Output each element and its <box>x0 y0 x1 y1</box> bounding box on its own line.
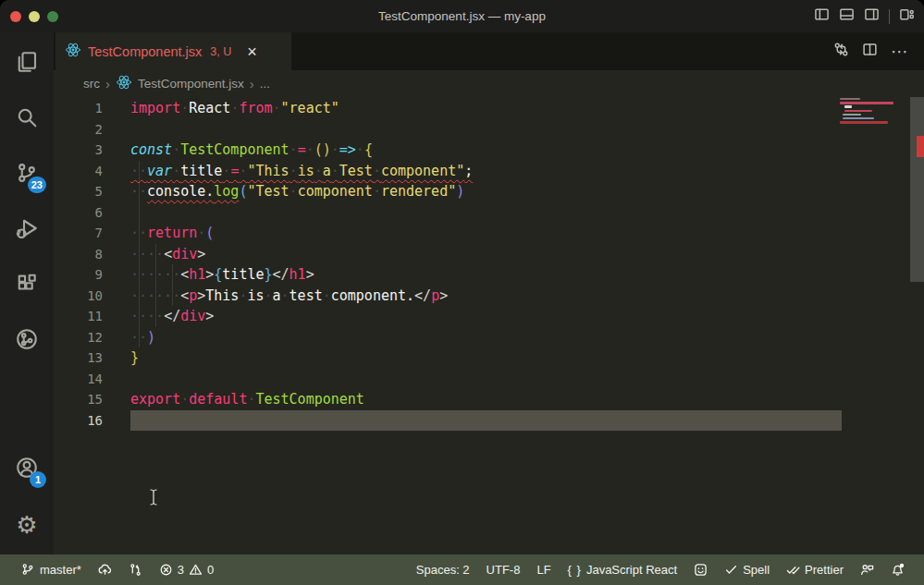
git-compare-icon <box>129 563 142 577</box>
editor-actions: ⋯ <box>833 32 924 70</box>
code-line-2[interactable]: 2 <box>54 119 924 140</box>
code-line-11[interactable]: 11····</div> <box>54 306 924 327</box>
react-file-icon <box>65 42 81 61</box>
chevron-right-icon: › <box>250 76 254 91</box>
code-line-3[interactable]: 3const·TestComponent·=·()·=>·{ <box>54 140 924 161</box>
line-content: ······<p>This·is·a·test·component.</p> <box>130 286 448 307</box>
panel-left-icon[interactable] <box>814 6 830 26</box>
statusbar-label: master* <box>40 563 81 577</box>
minimap[interactable] <box>840 96 910 133</box>
line-number: 5 <box>54 181 130 202</box>
code-editor[interactable]: 1import·React·from·"react"23const·TestCo… <box>54 96 924 555</box>
code-line-9[interactable]: 9······<h1>{title}</h1> <box>54 264 924 286</box>
line-number: 4 <box>54 161 130 182</box>
search-icon <box>16 106 38 132</box>
code-line-14[interactable]: 14 <box>54 369 924 390</box>
statusbar-label: 3 <box>178 563 184 577</box>
minimize-window-button[interactable] <box>29 11 40 22</box>
statusbar-encoding[interactable]: UTF-8 <box>478 555 529 585</box>
statusbar-git-actions[interactable] <box>120 555 151 585</box>
breadcrumb-item[interactable]: ... <box>260 77 270 91</box>
tab-testcomponent[interactable]: TestComponent.jsx 3, U × <box>55 32 291 70</box>
code-line-15[interactable]: 15export·default·TestComponent <box>54 389 924 410</box>
scrollbar-thumb[interactable] <box>910 97 924 282</box>
line-content: export·default·TestComponent <box>130 389 364 410</box>
layout-icon[interactable] <box>899 6 915 26</box>
minimap-line <box>840 98 860 100</box>
statusbar-label: JavaScript React <box>586 563 677 577</box>
activity-bar: 23 1⚙ <box>0 32 54 555</box>
activity-item-git-graph[interactable] <box>0 317 54 365</box>
chevron-right-icon: › <box>105 76 110 91</box>
statusbar-publish[interactable] <box>90 555 120 585</box>
activity-item-search[interactable] <box>0 95 54 143</box>
braces-icon: { } <box>568 563 582 577</box>
statusbar-eol[interactable]: LF <box>528 555 559 585</box>
statusbar-label: 0 <box>207 563 214 577</box>
cloud-upload-icon <box>98 563 112 577</box>
code-line-12[interactable]: 12··) <box>54 327 924 348</box>
activity-item-source-control[interactable]: 23 <box>0 151 54 199</box>
statusbar-person-feedback[interactable] <box>852 555 882 585</box>
activity-item-extensions[interactable] <box>0 262 54 310</box>
line-content: ··console.log("Test·component·rendered") <box>130 181 464 202</box>
breadcrumb-item[interactable]: src <box>83 77 100 91</box>
statusbar-branch[interactable]: master* <box>13 555 90 585</box>
split-editor-icon[interactable] <box>862 42 878 61</box>
indent-guide <box>139 161 140 348</box>
line-number: 14 <box>54 369 130 390</box>
activity-item-run-debug[interactable] <box>0 206 54 254</box>
statusbar-prettier[interactable]: Prettier <box>778 555 852 585</box>
code-line-7[interactable]: 7··return·( <box>54 223 924 244</box>
activity-item-explorer[interactable] <box>0 40 54 88</box>
line-number: 10 <box>54 286 130 307</box>
panel-right-icon[interactable] <box>864 6 880 26</box>
statusbar-feedback-smiley[interactable] <box>685 555 716 585</box>
code-line-1[interactable]: 1import·React·from·"react" <box>54 98 924 119</box>
statusbar-language-mode[interactable]: { }JavaScript React <box>560 555 686 585</box>
window-title: TestComponent.jsx — my-app <box>0 9 924 23</box>
line-number: 3 <box>54 140 130 161</box>
warning-icon <box>189 563 203 577</box>
code-line-5[interactable]: 5··console.log("Test·component·rendered"… <box>54 181 924 202</box>
line-number: 16 <box>54 410 130 432</box>
close-tab-icon[interactable]: × <box>247 43 257 60</box>
badge: 1 <box>30 471 46 488</box>
statusbar-spell[interactable]: Spell <box>716 555 778 585</box>
zoom-window-button[interactable] <box>47 11 58 22</box>
line-number: 1 <box>54 98 130 119</box>
breadcrumb-item[interactable]: TestComponent.jsx <box>138 77 244 91</box>
smiley-icon <box>694 563 708 577</box>
line-content: ····</div> <box>130 306 214 327</box>
divider-icon <box>889 9 890 24</box>
minimap-line <box>844 110 872 112</box>
code-line-13[interactable]: 13} <box>54 347 924 369</box>
statusbar-notifications[interactable] <box>882 555 913 585</box>
statusbar-problems[interactable]: 30 <box>151 555 222 585</box>
line-number: 8 <box>54 244 130 265</box>
code-line-8[interactable]: 8····<div> <box>54 244 924 265</box>
bell-dot-icon <box>891 563 905 577</box>
statusbar-label: LF <box>536 563 550 577</box>
activity-item-accounts[interactable]: 1 <box>0 445 54 494</box>
line-number: 12 <box>54 327 130 348</box>
titlebar-layout-controls <box>814 0 915 32</box>
line-content: const·TestComponent·=·()·=>·{ <box>130 140 373 161</box>
activity-item-settings[interactable]: ⚙ <box>0 501 54 549</box>
statusbar-label: Spaces: 2 <box>416 563 470 577</box>
extensions-icon <box>16 273 38 299</box>
minimap-line <box>844 105 852 107</box>
line-number: 7 <box>54 223 130 244</box>
mouse-ibeam-cursor <box>148 488 159 506</box>
code-line-4[interactable]: 4··var·title·=·"This·is·a·Test·component… <box>54 161 924 182</box>
close-window-button[interactable] <box>10 11 21 22</box>
line-content: ····<div> <box>130 244 205 265</box>
code-line-10[interactable]: 10······<p>This·is·a·test·component.</p> <box>54 286 924 307</box>
tab-problems-decoration: 3, U <box>210 45 231 58</box>
statusbar-label: UTF-8 <box>487 563 521 577</box>
open-changes-icon[interactable] <box>833 42 849 61</box>
code-line-16[interactable]: 16 <box>54 410 924 432</box>
code-line-6[interactable]: 6 <box>54 202 924 224</box>
statusbar-indentation[interactable]: Spaces: 2 <box>408 555 478 585</box>
panel-bottom-icon[interactable] <box>839 6 855 26</box>
